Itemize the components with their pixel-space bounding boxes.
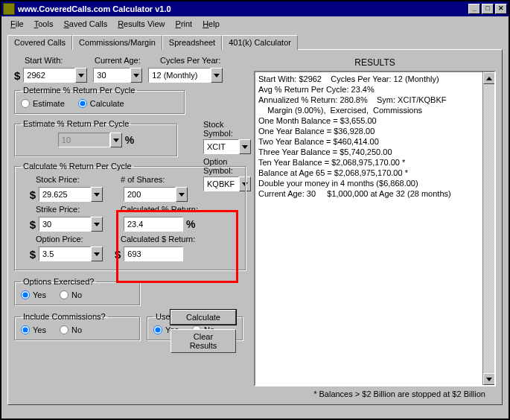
inc-comm-legend: Include Commissions?	[21, 312, 108, 321]
strike-price-input[interactable]	[39, 217, 91, 232]
chevron-down-icon[interactable]	[91, 217, 103, 232]
menu-help[interactable]: Help	[198, 18, 224, 30]
chevron-down-icon[interactable]	[176, 187, 188, 202]
minimize-button[interactable]: _	[468, 4, 480, 14]
calculate-button[interactable]: Calculate	[170, 310, 236, 325]
stock-symbol-input[interactable]	[203, 139, 239, 154]
tab-covered-calls[interactable]: Covered Calls	[7, 35, 72, 50]
menu-print[interactable]: Print	[171, 18, 197, 30]
window-title: www.CoveredCalls.com Calculator v1.0	[18, 4, 468, 13]
maximize-button[interactable]: □	[482, 4, 494, 14]
chevron-down-icon[interactable]	[130, 68, 142, 83]
dollar-sign-icon: $	[30, 248, 36, 261]
left-pane: Start With: Current Age: Cycles Per Year…	[14, 56, 246, 398]
chevron-down-icon[interactable]	[75, 68, 87, 83]
current-age-label: Current Age:	[95, 56, 141, 65]
tab-commissions[interactable]: Commissions/Margin	[72, 35, 162, 50]
opts-ex-yes[interactable]: Yes	[21, 290, 46, 299]
option-price-combo[interactable]	[39, 246, 103, 261]
cycles-input[interactable]	[148, 68, 211, 83]
estimate-input	[58, 133, 110, 147]
start-with-label: Start With:	[25, 56, 63, 65]
strike-price-combo[interactable]	[39, 217, 103, 232]
chevron-down-icon[interactable]	[239, 139, 251, 154]
calc-dollar-output	[124, 246, 183, 261]
options-exercised-group: Options Exercised? Yes No	[14, 277, 141, 306]
estimate-group: Estimate % Return Per Cycle %	[14, 119, 178, 157]
calc-dollar-label: Calculated $ Return:	[121, 235, 195, 244]
results-box: Start With: $2962 Cycles Per Year: 12 (M…	[254, 71, 496, 386]
right-pane: RESULTS Start With: $2962 Cycles Per Yea…	[254, 56, 496, 398]
chevron-down-icon[interactable]	[91, 246, 103, 261]
dollar-sign-icon: $	[115, 248, 121, 261]
clear-results-button[interactable]: Clear Results	[170, 329, 236, 353]
option-price-input[interactable]	[39, 246, 91, 261]
calculate-legend: Calculate % Return Per Cycle	[21, 162, 134, 171]
scroll-down-icon[interactable]	[483, 373, 495, 385]
scrollbar[interactable]	[482, 72, 494, 385]
dollar-sign-icon: $	[30, 218, 36, 231]
app-window: www.CoveredCalls.com Calculator v1.0 _ □…	[0, 0, 510, 420]
stock-price-combo[interactable]	[39, 187, 103, 202]
menu-saved-calls[interactable]: Saved Calls	[59, 18, 112, 30]
cycles-combo[interactable]	[148, 68, 223, 83]
stock-symbol-combo[interactable]	[203, 139, 255, 154]
titlebar: www.CoveredCalls.com Calculator v1.0 _ □…	[1, 1, 509, 16]
percent-icon: %	[125, 134, 134, 146]
opts-ex-legend: Options Exercised?	[21, 277, 96, 286]
menubar: File Tools Saved Calls Results View Prin…	[1, 16, 509, 31]
results-text: Start With: $2962 Cycles Per Year: 12 (M…	[258, 74, 491, 199]
cycles-label: Cycles Per Year:	[160, 56, 220, 65]
shares-label: # of Shares:	[121, 175, 165, 184]
close-button[interactable]: ✕	[495, 4, 507, 14]
chevron-down-icon[interactable]	[211, 68, 223, 83]
app-icon	[3, 3, 15, 15]
inc-comm-no[interactable]: No	[60, 325, 82, 334]
stock-price-input[interactable]	[39, 187, 91, 202]
option-price-label: Option Price:	[36, 235, 83, 244]
radio-estimate[interactable]: Estimate	[21, 99, 65, 108]
current-age-combo[interactable]	[93, 68, 142, 83]
start-with-input[interactable]	[23, 68, 75, 83]
include-commissions-group: Include Commissions? Yes No	[14, 312, 141, 341]
chevron-down-icon[interactable]	[110, 133, 122, 147]
opts-ex-no[interactable]: No	[60, 290, 82, 299]
shares-input[interactable]	[124, 187, 176, 202]
percent-icon: %	[186, 218, 195, 230]
calc-pct-label: Calculated % Return:	[121, 205, 198, 214]
footnote: * Balances > $2 Billion are stopped at $…	[254, 386, 496, 398]
scroll-up-icon[interactable]	[483, 72, 495, 84]
menu-tools[interactable]: Tools	[30, 18, 58, 30]
start-with-combo[interactable]	[23, 68, 87, 83]
tab-strip: Covered Calls Commissions/Margin Spreads…	[7, 35, 503, 50]
determine-legend: Determine % Return Per Cycle	[21, 86, 137, 95]
inc-comm-yes[interactable]: Yes	[21, 325, 46, 334]
dollar-sign-icon: $	[14, 69, 20, 82]
estimate-combo[interactable]	[58, 133, 122, 147]
menu-results-view[interactable]: Results View	[113, 18, 169, 30]
estimate-legend: Estimate % Return Per Cycle	[21, 119, 131, 128]
results-heading: RESULTS	[254, 56, 496, 71]
determine-group: Determine % Return Per Cycle Estimate Ca…	[14, 86, 185, 115]
calc-pct-output	[124, 217, 183, 232]
chevron-down-icon[interactable]	[91, 187, 103, 202]
radio-calculate[interactable]: Calculate	[78, 99, 124, 108]
strike-price-label: Strike Price:	[36, 205, 80, 214]
stock-price-label: Stock Price:	[36, 175, 80, 184]
dollar-sign-icon: $	[30, 188, 36, 201]
tab-panel: Start With: Current Age: Cycles Per Year…	[7, 49, 503, 405]
menu-file[interactable]: File	[6, 18, 28, 30]
shares-combo[interactable]	[124, 187, 188, 202]
tab-spreadsheet[interactable]: Spreadsheet	[162, 35, 222, 50]
stock-symbol-label: Stock Symbol:	[203, 120, 255, 138]
calculate-group: Calculate % Return Per Cycle Stock Price…	[14, 162, 246, 271]
scroll-track[interactable]	[483, 84, 494, 373]
tab-401k[interactable]: 401(k) Calculator	[222, 35, 298, 50]
current-age-input[interactable]	[93, 68, 130, 83]
